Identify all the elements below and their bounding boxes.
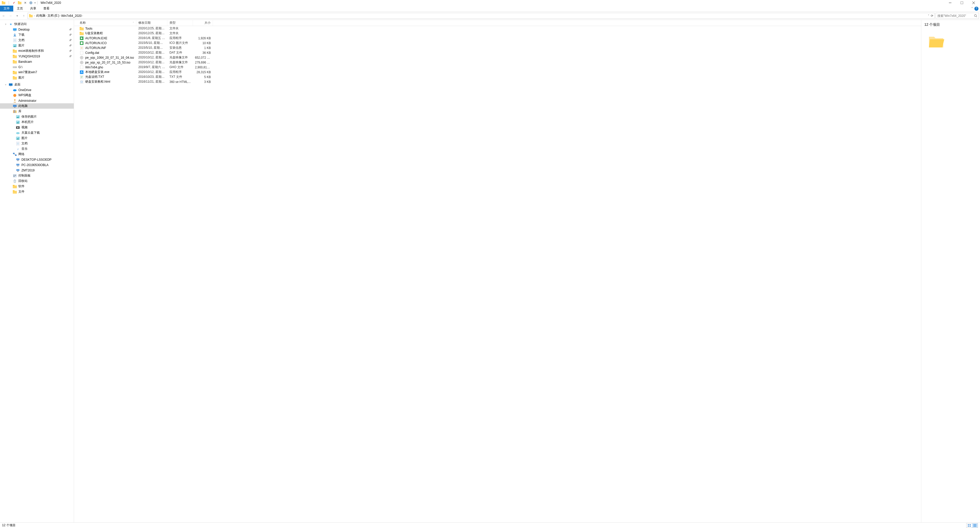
file-type: GHO 文件 bbox=[167, 65, 193, 70]
tree-item[interactable]: 库 bbox=[0, 109, 74, 114]
tree-item[interactable]: excel表格制作求和📌 bbox=[0, 48, 74, 54]
tree-item[interactable]: Desktop📌 bbox=[0, 27, 74, 32]
tree-item[interactable]: 视频 bbox=[0, 125, 74, 130]
tree-item[interactable]: ZMT2019 bbox=[0, 168, 74, 173]
tree-item[interactable]: 此电脑 bbox=[0, 103, 74, 109]
file-row[interactable]: U盘安装教程2020/12/25, 星期五 1...文件夹 bbox=[74, 31, 921, 36]
back-button[interactable]: ← bbox=[1, 13, 6, 19]
ribbon-tabs: 文件 主页共享查看 ˅ ? bbox=[0, 6, 980, 12]
ribbon-tab[interactable]: 主页 bbox=[13, 6, 27, 11]
tree-item[interactable]: 图片 bbox=[0, 75, 74, 80]
tree-item[interactable]: 图片 bbox=[0, 135, 74, 141]
svg-rect-14 bbox=[14, 31, 16, 31]
svg-point-39 bbox=[14, 99, 16, 101]
navigation-tree[interactable]: ▿★快速访问Desktop📌下载📌文档📌图片📌excel表格制作求和📌YUNQI… bbox=[0, 20, 74, 522]
column-name[interactable]: 名称 ˄ bbox=[78, 20, 136, 26]
ribbon-tab[interactable]: 共享 bbox=[27, 6, 40, 11]
svg-rect-43 bbox=[14, 110, 14, 113]
tree-item[interactable]: WPS网盘 bbox=[0, 93, 74, 98]
tree-item[interactable]: 图片📌 bbox=[0, 43, 74, 48]
tree-item-label: 快速访问 bbox=[14, 22, 27, 26]
minimize-button[interactable] bbox=[944, 0, 956, 6]
ribbon-tab[interactable]: 查看 bbox=[40, 6, 53, 11]
file-row[interactable]: 硬盘安装教程.html2016/11/21, 星期一 2...360 se HT… bbox=[74, 79, 921, 84]
recent-locations-button[interactable]: ▾ bbox=[14, 13, 20, 19]
tree-item[interactable]: 回收站 bbox=[0, 178, 74, 184]
desktop-blue-icon bbox=[9, 82, 13, 87]
qat-folder2-icon[interactable] bbox=[18, 1, 22, 5]
breadcrumb-item[interactable]: 文档 (E:) bbox=[47, 14, 60, 18]
tree-item[interactable]: 本机照片 bbox=[0, 119, 74, 125]
tree-item[interactable]: YUNQISHI2019📌 bbox=[0, 54, 74, 59]
tree-item[interactable]: Administrator bbox=[0, 98, 74, 103]
tree-caret-icon[interactable]: ▿ bbox=[4, 23, 7, 25]
tree-item[interactable]: 文档 bbox=[0, 141, 74, 146]
help-icon[interactable]: ? bbox=[974, 6, 978, 11]
address-bar[interactable]: › 此电脑›文档 (E:)›Win7x64_2020› ˅ ⟳ bbox=[27, 13, 935, 19]
close-button[interactable] bbox=[968, 0, 980, 6]
svg-rect-3 bbox=[18, 1, 19, 2]
tree-item[interactable]: 网络 bbox=[0, 152, 74, 157]
file-type: 光盘映像文件 bbox=[167, 60, 193, 65]
tree-item[interactable]: 文件 bbox=[0, 189, 74, 194]
tree-item[interactable]: Bandicam bbox=[0, 59, 74, 64]
view-large-icons-button[interactable] bbox=[966, 523, 972, 528]
forward-button[interactable]: → bbox=[8, 13, 13, 19]
tree-item[interactable]: OneDrive bbox=[0, 87, 74, 93]
tree-item[interactable]: win7重装win7 bbox=[0, 70, 74, 75]
tree-caret-icon[interactable]: ▿ bbox=[4, 83, 7, 86]
titlebar: ✔ ✕ ▾ Win7x64_2020 bbox=[0, 0, 980, 6]
file-row[interactable]: 光盘说明.TXT2016/10/23, 星期日 0...TXT 文件5 KB bbox=[74, 75, 921, 79]
tree-item[interactable]: 软件 bbox=[0, 184, 74, 189]
tree-item[interactable]: ♪音乐 bbox=[0, 146, 74, 152]
qat-folder-icon[interactable] bbox=[2, 1, 6, 5]
breadcrumb-item[interactable]: 此电脑 bbox=[36, 14, 46, 18]
column-date[interactable]: 修改日期 bbox=[136, 20, 167, 26]
tree-item[interactable]: G:\ bbox=[0, 64, 74, 70]
tree-item[interactable]: DESKTOP-LSSOEDP bbox=[0, 157, 74, 162]
address-dropdown-icon[interactable]: ˅ bbox=[928, 14, 929, 17]
tree-item[interactable]: PC-20190530OBLA bbox=[0, 162, 74, 168]
qat-check-icon[interactable]: ✔ bbox=[12, 1, 16, 5]
qat-chevron-icon[interactable]: ▾ bbox=[35, 2, 36, 4]
qat-app-icon[interactable] bbox=[29, 1, 33, 5]
tree-item[interactable]: ▿★快速访问 bbox=[0, 21, 74, 27]
column-size[interactable]: 大小 bbox=[193, 20, 213, 26]
tree-item-label: 视频 bbox=[21, 125, 27, 130]
refresh-icon[interactable]: ⟳ bbox=[931, 14, 933, 17]
tree-item[interactable]: ▿桌面 bbox=[0, 82, 74, 87]
file-row[interactable]: Win7x64.gho2019/9/7, 星期六 19:...GHO 文件2,9… bbox=[74, 65, 921, 70]
breadcrumb-root-chevron[interactable]: › bbox=[34, 14, 35, 17]
ribbon-expand-icon[interactable]: ˅ bbox=[971, 7, 973, 11]
file-row[interactable]: AUTORUN.INF2015/5/10, 星期日 02...安装信息1 KB bbox=[74, 45, 921, 50]
pin-icon: 📌 bbox=[68, 55, 72, 58]
svg-point-4 bbox=[29, 1, 32, 4]
search-input[interactable] bbox=[937, 14, 974, 17]
file-row[interactable]: Tools2020/12/25, 星期五 1...文件夹 bbox=[74, 26, 921, 31]
file-row[interactable]: AUTORUN.ICO2015/5/10, 星期日 02...ICO 图片文件1… bbox=[74, 41, 921, 45]
wps-icon bbox=[13, 94, 17, 97]
file-row[interactable]: pe_yqs_1064_20_07_31_16_04.iso2020/10/12… bbox=[74, 55, 921, 60]
doc-icon bbox=[13, 38, 17, 42]
svg-point-94 bbox=[81, 62, 82, 63]
qat-close-icon[interactable]: ✕ bbox=[23, 1, 27, 5]
tree-item[interactable]: 保存的图片 bbox=[0, 114, 74, 119]
file-row[interactable]: pe_yqs_xp_20_07_31_15_53.iso2020/10/12, … bbox=[74, 60, 921, 65]
tree-item[interactable]: 天翼云盘下载 bbox=[0, 130, 74, 135]
tree-item[interactable]: 文档📌 bbox=[0, 38, 74, 43]
file-row[interactable]: 本地硬盘安装.exe2020/10/12, 星期一 1...应用程序28,315… bbox=[74, 70, 921, 75]
tree-item[interactable]: 控制面板 bbox=[0, 173, 74, 178]
up-button[interactable]: ↑ bbox=[21, 13, 27, 19]
maximize-button[interactable] bbox=[956, 0, 968, 6]
file-size: 5 KB bbox=[193, 75, 213, 79]
file-row[interactable]: Config.dat2020/10/12, 星期一 1...DAT 文件36 K… bbox=[74, 50, 921, 55]
view-details-button[interactable] bbox=[972, 523, 978, 528]
file-row[interactable]: AUTORUN.EXE2016/1/8, 星期五 04:...应用程序1,926… bbox=[74, 36, 921, 41]
breadcrumb-item[interactable]: Win7x64_2020 bbox=[61, 14, 82, 17]
ribbon-tab-file[interactable]: 文件 bbox=[0, 6, 13, 11]
search-box[interactable] bbox=[935, 13, 979, 19]
search-icon[interactable] bbox=[974, 14, 977, 17]
breadcrumb-chevron-icon[interactable]: › bbox=[82, 14, 83, 17]
column-type[interactable]: 类型 bbox=[167, 20, 193, 26]
tree-item[interactable]: 下载📌 bbox=[0, 32, 74, 38]
